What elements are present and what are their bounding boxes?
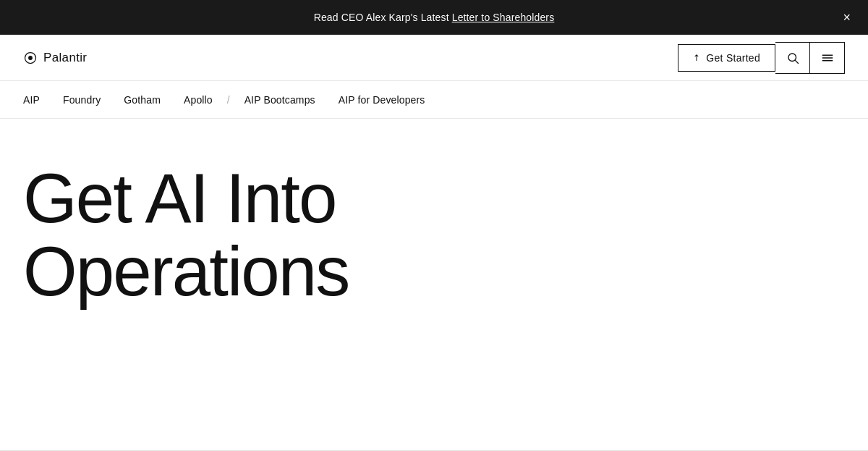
announcement-text: Read CEO Alex Karp's Latest Letter to Sh… (314, 12, 555, 23)
main-nav: AIP Foundry Gotham Apollo / AIP Bootcamp… (0, 81, 868, 119)
announcement-link[interactable]: Letter to Shareholders (452, 12, 555, 23)
get-started-label: Get Started (706, 52, 760, 64)
announcement-banner: Read CEO Alex Karp's Latest Letter to Sh… (0, 0, 868, 35)
nav-item-aip-bootcamps[interactable]: AIP Bootcamps (233, 81, 327, 119)
svg-line-3 (795, 60, 798, 63)
close-button[interactable]: × (840, 8, 854, 27)
menu-button[interactable] (810, 42, 845, 74)
header: Palantir ↗ Get Started (0, 35, 868, 81)
arrow-icon: ↗ (691, 51, 703, 64)
search-icon (786, 51, 799, 64)
get-started-button[interactable]: ↗ Get Started (678, 44, 775, 72)
nav-item-aip[interactable]: AIP (23, 81, 51, 119)
logo-text: Palantir (43, 51, 87, 65)
hero-title-line2: Operations (23, 232, 349, 310)
logo[interactable]: Palantir (23, 51, 87, 65)
announcement-prefix: Read CEO Alex Karp's Latest (314, 12, 452, 23)
search-button[interactable] (775, 42, 810, 74)
nav-item-gotham[interactable]: Gotham (112, 81, 172, 119)
header-actions: ↗ Get Started (678, 42, 845, 74)
hero-section: Get AI Into Operations (0, 119, 651, 337)
nav-item-aip-developers[interactable]: AIP for Developers (327, 81, 437, 119)
hero-title: Get AI Into Operations (23, 162, 628, 308)
svg-point-1 (28, 56, 33, 60)
nav-item-foundry[interactable]: Foundry (51, 81, 112, 119)
nav-item-apollo[interactable]: Apollo (172, 81, 224, 119)
palantir-logo-icon (23, 51, 38, 65)
hero-title-line1: Get AI Into (23, 159, 336, 237)
hamburger-icon (821, 51, 834, 64)
nav-divider: / (224, 94, 233, 106)
